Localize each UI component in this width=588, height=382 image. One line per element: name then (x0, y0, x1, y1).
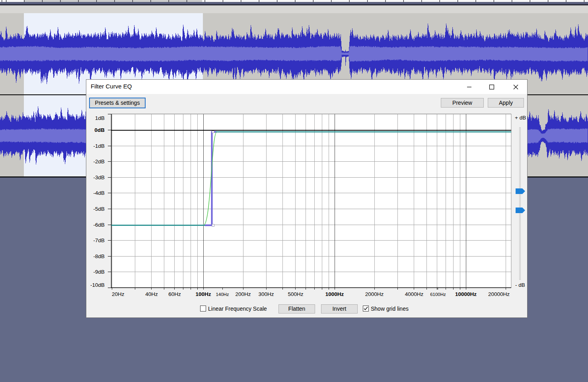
svg-text:6100Hz: 6100Hz (430, 292, 446, 297)
svg-text:4000Hz: 4000Hz (405, 291, 424, 297)
svg-text:1dB: 1dB (95, 115, 105, 121)
svg-text:-7dB: -7dB (93, 237, 105, 243)
svg-text:-2dB: -2dB (93, 159, 105, 165)
svg-text:40Hz: 40Hz (145, 291, 158, 297)
svg-text:-5dB: -5dB (93, 206, 105, 212)
svg-text:0dB: 0dB (94, 127, 105, 133)
svg-text:60Hz: 60Hz (168, 291, 181, 297)
svg-text:20000Hz: 20000Hz (488, 291, 510, 297)
svg-text:-1dB: -1dB (93, 143, 105, 149)
svg-text:2000Hz: 2000Hz (365, 291, 384, 297)
svg-text:300Hz: 300Hz (258, 291, 274, 297)
svg-text:- dB: - dB (515, 282, 525, 288)
svg-text:10000Hz: 10000Hz (455, 291, 477, 297)
svg-text:-10dB: -10dB (90, 282, 105, 288)
svg-text:20Hz: 20Hz (112, 291, 125, 297)
svg-text:-3dB: -3dB (93, 174, 105, 180)
svg-text:-9dB: -9dB (93, 269, 105, 275)
svg-text:-4dB: -4dB (93, 190, 105, 196)
svg-text:-6dB: -6dB (93, 222, 105, 228)
svg-text:100Hz: 100Hz (195, 291, 211, 297)
svg-text:-8dB: -8dB (93, 253, 105, 259)
svg-text:500Hz: 500Hz (288, 291, 303, 297)
svg-text:140Hz: 140Hz (216, 292, 229, 297)
svg-text:1000Hz: 1000Hz (325, 291, 344, 297)
svg-text:200Hz: 200Hz (235, 291, 251, 297)
svg-text:+ dB: + dB (515, 115, 526, 121)
